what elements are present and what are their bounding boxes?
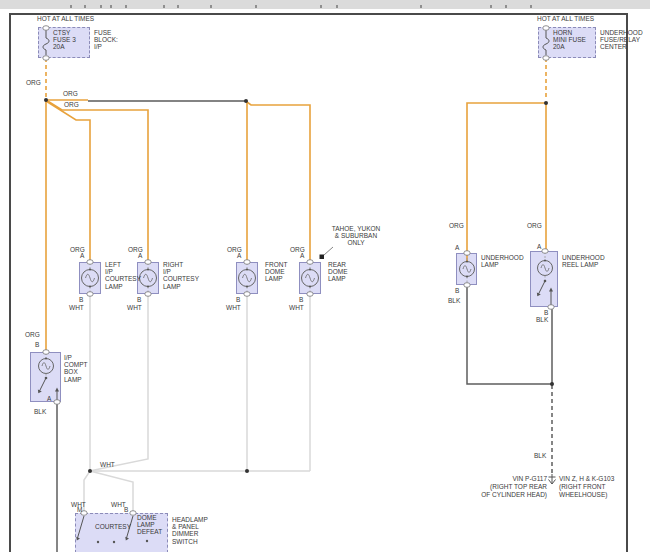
courtesy-switch-label: COURTESY [95, 523, 131, 530]
dimmer-switch-label: HEADLAMP& PANEL DIMMERSWITCH [172, 516, 208, 545]
terminal-b: B [236, 296, 240, 303]
terminal-b: B [137, 296, 141, 303]
ip-compt-box-lamp-label: I/PCOMPT BOXLAMP [64, 354, 87, 383]
hot-label-left: HOT AT ALL TIMES [37, 15, 94, 22]
ctsy-fuse-label: CTSYFUSE 320A [53, 29, 76, 51]
terminal-b: B [455, 287, 459, 294]
terminal-b: B [79, 296, 83, 303]
right-courtesy-label: RIGHTI/P COURTESYLAMP [163, 261, 199, 290]
wht-wires [84, 296, 310, 512]
terminal-a: A [455, 244, 459, 251]
wht-label: WHT [289, 304, 304, 311]
terminal-a: A [138, 252, 142, 259]
ground-g117-label: VIN P-G117(RIGHT TOP REAROF CYLINDER HEA… [481, 475, 547, 498]
blk-label: BLK [534, 452, 546, 459]
org-label: ORG [26, 79, 41, 86]
wht-label: WHT [100, 461, 115, 468]
org-label: ORG [64, 101, 79, 108]
terminal-b: B [35, 341, 39, 348]
terminal-a: A [537, 243, 541, 250]
tahoe-marker [320, 255, 325, 260]
underhood-reel-lamp-label: UNDERHOODREEL LAMP [562, 254, 605, 268]
switch-icons [40, 281, 552, 538]
org-dashed-wires [46, 58, 546, 100]
hot-label-right: HOT AT ALL TIMES [537, 15, 594, 22]
terminal-b: B [544, 309, 548, 316]
blk-label: BLK [448, 297, 460, 304]
terminal-a: A [237, 252, 241, 259]
org-label: ORG [527, 222, 542, 229]
ground-g103-label: VIN Z, H & K-G103(RIGHT FRONTWHEELHOUSE) [559, 475, 614, 498]
terminal-a: A [80, 252, 84, 259]
dome-lamp-defeat-label: DOMELAMP DEFEAT [137, 514, 162, 536]
wht-label: WHT [127, 304, 142, 311]
front-dome-label: FRONTDOME LAMP [265, 261, 287, 283]
fuse-block-ip-label: FUSEBLOCK:I/P [94, 29, 118, 51]
fuse-icon [43, 30, 549, 55]
tahoe-annotation: TAHOE, YUKON& SUBURBANONLY [327, 225, 385, 247]
org-label: ORG [449, 222, 464, 229]
terminal-a: A [47, 395, 51, 402]
terminal-b: B [124, 506, 128, 513]
wht-label: WHT [69, 304, 84, 311]
wht-label: WHT [226, 304, 241, 311]
left-courtesy-label: LEFTI/P COURTESYLAMP [105, 261, 141, 290]
rear-dome-label: REARDOME LAMP [328, 261, 348, 283]
horn-fuse-label: HORNMINI FUSE20A [553, 29, 586, 51]
ground-icon [549, 474, 556, 484]
org-label: ORG [25, 331, 40, 338]
org-wires [46, 100, 546, 351]
wiring-diagram-canvas: HOT AT ALL TIMES CTSYFUSE 320A FUSEBLOCK… [0, 0, 650, 552]
blk-label: BLK [536, 316, 548, 323]
terminal-m: M [77, 506, 82, 513]
underhood-lamp-label: UNDERHOODLAMP [481, 254, 524, 268]
wiring-svg [0, 0, 650, 552]
terminal-b: B [299, 296, 303, 303]
org-label: ORG [63, 90, 78, 97]
tahoe-pointer-line [324, 247, 333, 255]
blk-label: BLK [34, 408, 46, 415]
underhood-center-label: UNDERHOODFUSE/RELAYCENTER [600, 29, 643, 51]
terminal-a: A [300, 252, 304, 259]
